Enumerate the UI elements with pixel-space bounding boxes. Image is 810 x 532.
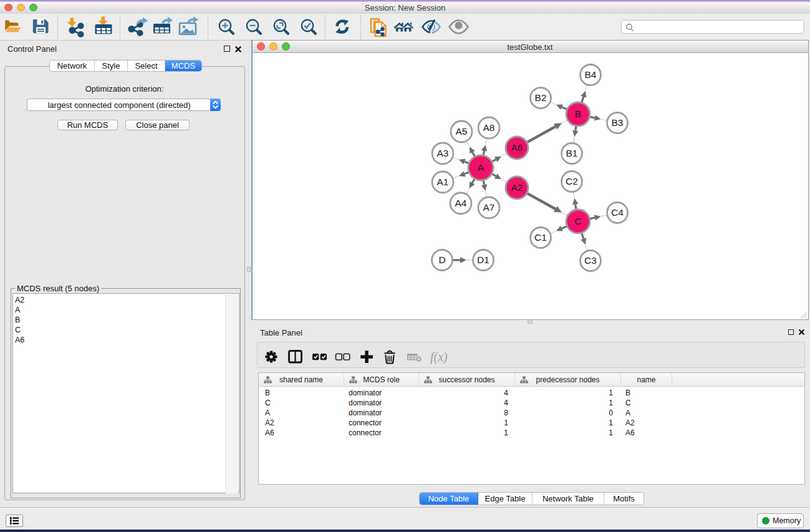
svg-text:A2: A2 (511, 182, 523, 193)
svg-text:f(x): f(x) (430, 350, 448, 364)
svg-text:C3: C3 (584, 255, 597, 266)
svg-text:A: A (478, 162, 485, 173)
svg-text:B2: B2 (535, 92, 547, 103)
svg-text:B4: B4 (585, 69, 597, 80)
svg-text:B1: B1 (566, 148, 578, 158)
svg-text:C2: C2 (566, 176, 578, 186)
svg-text:C1: C1 (534, 232, 547, 243)
svg-text:A8: A8 (483, 122, 495, 133)
svg-text:A5: A5 (456, 126, 468, 137)
svg-text:A6: A6 (511, 142, 523, 153)
svg-text:A7: A7 (483, 202, 495, 213)
svg-text:B: B (575, 109, 581, 119)
svg-text:D1: D1 (477, 254, 489, 265)
svg-text:A1: A1 (437, 177, 449, 187)
svg-text:C4: C4 (611, 207, 624, 218)
svg-text:B3: B3 (612, 117, 624, 128)
svg-text:D: D (438, 254, 445, 265)
svg-text:A4: A4 (455, 198, 467, 208)
svg-text:A3: A3 (437, 148, 449, 158)
svg-text:C: C (574, 216, 581, 226)
